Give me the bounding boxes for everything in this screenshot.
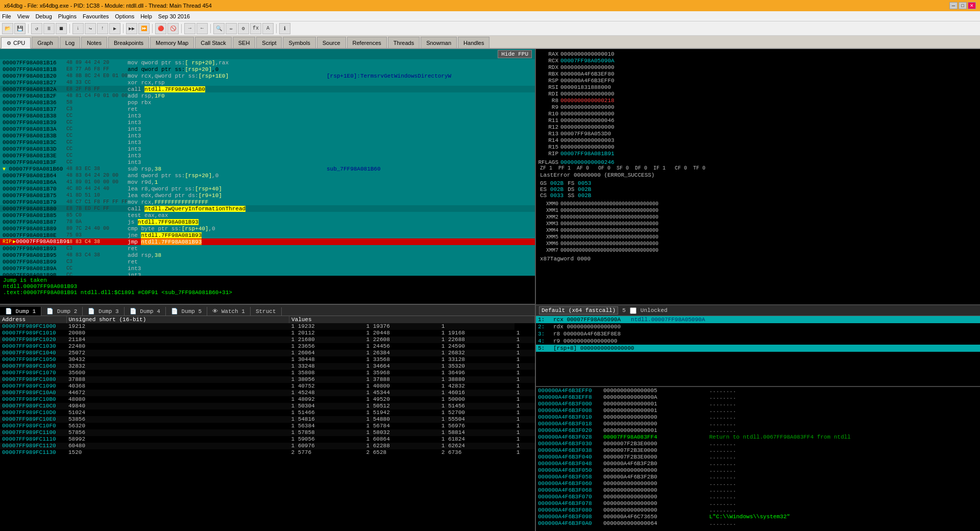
dump-row[interactable]: 00007FF989FC113015202 57762 65282 67361 bbox=[0, 449, 535, 456]
menu-options[interactable]: Options bbox=[115, 13, 134, 19]
disasm-row[interactable]: 00007FF98A081B8E75 03jne ntdll.7FF98A081… bbox=[0, 232, 535, 238]
mem-row[interactable]: 000000A4F6B3F0700000000000000000........ bbox=[536, 493, 980, 500]
disasm-row[interactable]: 00007FF98A081B7948 C7 C1 F8 FF FF FFmov … bbox=[0, 199, 535, 205]
disasm-row[interactable]: 00007FF98A081B2048 8B 8C 24 E0 01 00mov … bbox=[0, 73, 535, 79]
menu-help[interactable]: Help bbox=[140, 13, 152, 19]
stack-dropdown[interactable]: Default (x64 fastcall) bbox=[539, 306, 618, 315]
tab-symbols[interactable]: Symbols bbox=[283, 37, 315, 48]
toolbar-fx[interactable]: fx bbox=[250, 23, 261, 34]
mem-row[interactable]: 000000A4F6B3EFF8000000000000000A........ bbox=[536, 394, 980, 400]
reg-rcx[interactable]: RCX00007FF98A05090A bbox=[538, 57, 978, 64]
disasm-row[interactable]: 00007FF98A081B9BCCint3 bbox=[0, 272, 535, 276]
tab-seh[interactable]: SEH bbox=[233, 37, 256, 48]
toolbar-dbg-info[interactable]: ℹ bbox=[279, 23, 290, 34]
reg-r12[interactable]: R120000000000000000 bbox=[538, 124, 978, 130]
mem-row[interactable]: 000000A4F6B3F0400000007F2B3E0000........ bbox=[536, 453, 980, 460]
toolbar-stop[interactable]: ⏹ bbox=[56, 23, 67, 34]
menu-favourites[interactable]: Favourites bbox=[83, 13, 109, 19]
reg-xmm7[interactable]: XMM700000000000000000000000000000000 bbox=[538, 247, 978, 254]
toolbar-settings[interactable]: ⚙ bbox=[238, 23, 249, 34]
menu-plugins[interactable]: Plugins bbox=[58, 13, 77, 19]
disasm-row[interactable]: 00007FF98A081B7541 8D 51 10lea edx,dword… bbox=[0, 192, 535, 199]
mem-row[interactable]: 000000A4F6B3F02800007FF98A083FF4Return t… bbox=[536, 433, 980, 440]
memory-hex-view[interactable]: 000000A4F6B3EFF00000000000000005........… bbox=[536, 386, 980, 531]
mem-row[interactable]: 000000A4F6B3F0600000000000000000........ bbox=[536, 480, 980, 487]
disasm-row[interactable]: 00007FF98A081B8980 7C 24 40 00cmp byte p… bbox=[0, 225, 535, 232]
toolbar-step-over[interactable]: ↪ bbox=[85, 23, 96, 34]
tab-source[interactable]: Source bbox=[317, 37, 346, 48]
mem-row[interactable]: 000000A4F6B3F0380000007F2B3E0000........ bbox=[536, 447, 980, 453]
disasm-row[interactable]: 00007FF98A081B3CCCint3 bbox=[0, 139, 535, 146]
mem-row[interactable]: 000000A4F6B3F0100000000000000000........ bbox=[536, 414, 980, 420]
disasm-row[interactable]: 00007FF98A081B38CCint3 bbox=[0, 112, 535, 119]
toolbar-back[interactable]: ← bbox=[197, 23, 208, 34]
dump-row[interactable]: 00007FF989FC10A0446721 452481 453441 460… bbox=[0, 390, 535, 396]
tab-log[interactable]: Log bbox=[60, 37, 80, 48]
disasm-row[interactable]: 00007FF98A081B8778 0Ajs ntdll.7FF98A081B… bbox=[0, 219, 535, 225]
dump-row[interactable]: 00007FF989FC10D0510241 514661 519421 527… bbox=[0, 409, 535, 416]
toolbar-open[interactable]: 📂 bbox=[2, 23, 13, 34]
tab-call-stack[interactable]: Call Stack bbox=[195, 37, 232, 48]
disasm-row[interactable]: 00007FF98A081B9548 83 C4 38add rsp,38 bbox=[0, 252, 535, 258]
mem-row[interactable]: 000000A4F6B3F0800000000000000000........ bbox=[536, 506, 980, 513]
toolbar-run-to-cursor[interactable]: ▶ bbox=[109, 23, 120, 34]
tab-notes[interactable]: Notes bbox=[81, 37, 107, 48]
tab-graph[interactable]: Graph bbox=[32, 37, 59, 48]
disasm-row[interactable]: 00007FF98A081B3ACCint3 bbox=[0, 126, 535, 132]
disasm-row[interactable]: 00007FF98A081B3ECCint3 bbox=[0, 152, 535, 159]
disasm-row[interactable]: 00007FF98A081B8585 C0test eax,eax bbox=[0, 212, 535, 219]
disasm-row[interactable]: 00007FF98A081B37C3ret bbox=[0, 106, 535, 112]
tab-dump5[interactable]: 📄 Dump 5 bbox=[166, 307, 207, 316]
dump-row[interactable]: 00007FF989FC1030224801 236561 244561 245… bbox=[0, 343, 535, 350]
disasm-row[interactable]: 00007FF98A081B6A41 89 01 00 00 00mov r9d… bbox=[0, 179, 535, 185]
disasm-row[interactable]: 00007FF98A081B3FCCint3 bbox=[0, 159, 535, 165]
dump-row[interactable]: 00007FF989FC1010200801 201121 204481 191… bbox=[0, 330, 535, 336]
stack-checkbox[interactable] bbox=[630, 307, 636, 314]
toolbar-bp-clear[interactable]: 🚫 bbox=[167, 23, 179, 34]
mem-row[interactable]: 000000A4F6B3F0780000000000000000........ bbox=[536, 500, 980, 506]
reg-r9[interactable]: R90000000000000000 bbox=[538, 104, 978, 110]
disasm-row[interactable]: 00007FF98A081B6448 83 64 24 20 00and qwo… bbox=[0, 172, 535, 179]
tab-dump3[interactable]: 📄 Dump 3 bbox=[83, 307, 124, 316]
disasm-row[interactable]: 00007FF98A081B93C3ret bbox=[0, 245, 535, 252]
tab-snowman[interactable]: Snowman bbox=[421, 37, 457, 48]
mem-row[interactable]: 000000A4F6B3F0000000000000000001........ bbox=[536, 400, 980, 407]
toolbar-run[interactable]: ▶▶ bbox=[126, 23, 137, 34]
disassembly-view[interactable]: Hide FPU 00007FF98A081B1648 89 44 24 20m… bbox=[0, 49, 535, 276]
reg-r13[interactable]: R1300007FF98A053D0 bbox=[538, 130, 978, 137]
stack-row-4[interactable]: 4: r9 0000000000000000 bbox=[536, 337, 980, 345]
toolbar-search[interactable]: 🔍 bbox=[213, 23, 225, 34]
menu-file[interactable]: File bbox=[2, 13, 11, 19]
toolbar-save[interactable]: 💾 bbox=[14, 23, 26, 34]
mem-row[interactable]: 000000A4F6B3F0300000007F2B3E0000........ bbox=[536, 440, 980, 447]
reg-r15[interactable]: R150000000000000000 bbox=[538, 143, 978, 150]
reg-r11[interactable]: R110000000000000046 bbox=[538, 117, 978, 124]
tab-dump2[interactable]: 📄 Dump 2 bbox=[41, 307, 83, 316]
reg-rsi[interactable]: RSI000001831888000 bbox=[538, 84, 978, 90]
reg-rbx[interactable]: RBX000000A4F6B3EF80 bbox=[538, 70, 978, 77]
reg-xmm0[interactable]: XMM000000000000000000000000000000000 bbox=[538, 201, 978, 207]
tab-threads[interactable]: Threads bbox=[388, 37, 420, 48]
disasm-row[interactable]: 00007FF98A081B39CCint3 bbox=[0, 119, 535, 126]
toolbar-step-into[interactable]: ↓ bbox=[72, 23, 84, 34]
reg-r14[interactable]: R140000000000000003 bbox=[538, 137, 978, 143]
toolbar-goto[interactable]: → bbox=[184, 23, 195, 34]
disasm-row[interactable]: 00007FF98A081B2AE8 2F F8 FFcall ntdll.7F… bbox=[0, 86, 535, 92]
stack-row-5[interactable]: 5: [rsp+8] 0000000000000000 bbox=[536, 345, 980, 352]
disasm-row[interactable]: 00007FF98A081B3BCCint3 bbox=[0, 132, 535, 139]
tab-references[interactable]: References bbox=[347, 37, 387, 48]
dump-row[interactable]: 00007FF989FC1020211841 216801 226081 226… bbox=[0, 336, 535, 343]
reg-xmm5[interactable]: XMM500000000000000000000000000000000 bbox=[538, 234, 978, 240]
dump-row[interactable]: 00007FF989FC1050304321 304481 335681 331… bbox=[0, 356, 535, 363]
close-button[interactable]: ✕ bbox=[968, 2, 976, 9]
dump-row[interactable]: 00007FF989FC1040250721 260641 263841 268… bbox=[0, 350, 535, 356]
toolbar-restart[interactable]: ↺ bbox=[31, 23, 42, 34]
dump-row[interactable]: 00007FF989FC1000192121 192321 193761 bbox=[0, 323, 535, 330]
minimize-button[interactable]: ─ bbox=[949, 2, 958, 9]
mem-row[interactable]: 000000A4F6B3F0680000000000000000........ bbox=[536, 487, 980, 493]
toolbar-patch[interactable]: ✏ bbox=[226, 23, 237, 34]
mem-row[interactable]: 000000A4F6B3F058000000A4F6B3F2B0........ bbox=[536, 473, 980, 480]
tab-dump1[interactable]: 📄 Dump 1 bbox=[0, 307, 41, 316]
hide-fpu-button[interactable]: Hide FPU bbox=[498, 50, 532, 58]
reg-rip[interactable]: RIP00007FF98A081B91 bbox=[538, 150, 978, 157]
